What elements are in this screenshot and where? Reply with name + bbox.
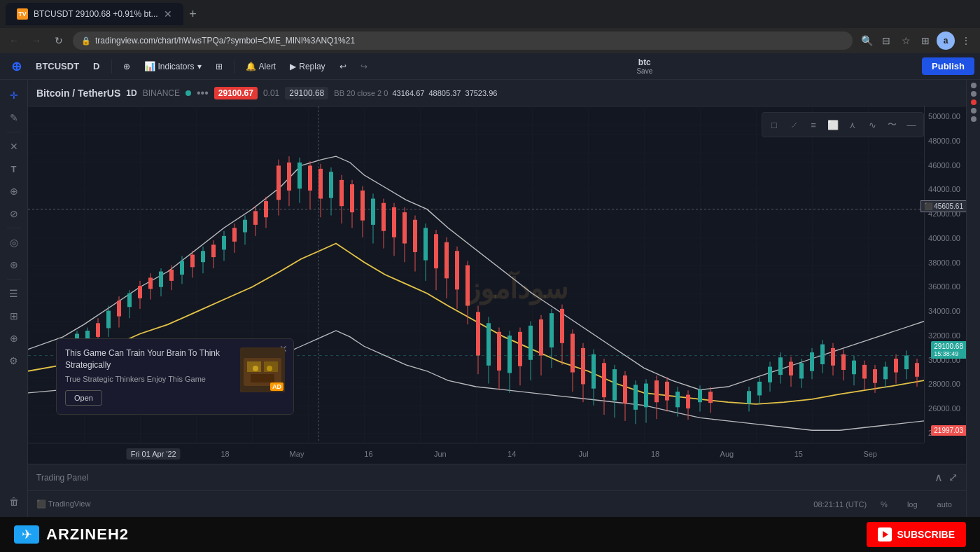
svg-rect-155 [820, 345, 825, 364]
bookmark-icon[interactable]: ☆ [897, 32, 914, 49]
svg-rect-21 [96, 323, 100, 337]
left-toolbar: ✛ ✎ ✕ T ⊕ ⊘ ◎ ⊛ ☰ ⊞ ⊕ ⚙ 🗑 [0, 80, 28, 517]
trash-tool[interactable]: 🗑 [4, 492, 24, 511]
forward-button[interactable]: → [28, 32, 45, 49]
calendar-tool[interactable]: ⊞ [4, 306, 24, 326]
draw-curve-btn[interactable]: ∿ [863, 116, 881, 134]
svg-rect-179 [251, 374, 274, 382]
draw-more-btn[interactable]: — [902, 116, 920, 134]
search-icon[interactable]: 🔍 [858, 32, 875, 49]
svg-point-180 [253, 366, 258, 371]
youtube-play-icon [878, 527, 892, 541]
active-tab[interactable]: TV BTCUSDT 29100.68 +0.91% bt... ✕ [6, 3, 183, 25]
svg-rect-165 [873, 369, 877, 383]
redo-button[interactable]: ↪ [355, 57, 373, 76]
draw-wave-btn[interactable]: 〜 [883, 116, 901, 134]
more-options-icon[interactable]: ••• [197, 87, 209, 99]
svg-rect-173 [915, 363, 919, 377]
symbol-selector[interactable]: BTCUSDT [30, 57, 85, 76]
draw-fork-btn[interactable]: ⋏ [844, 116, 862, 134]
svg-rect-97 [486, 323, 491, 365]
auto-btn[interactable]: auto [932, 499, 958, 510]
separator-2 [234, 60, 234, 74]
ad-open-button[interactable]: Open [65, 390, 102, 406]
back-button[interactable]: ← [6, 32, 22, 49]
bottom-actions: ∧ ⤢ [934, 471, 958, 484]
tab-close-btn[interactable]: ✕ [164, 8, 172, 20]
lt-sep-3 [7, 279, 21, 280]
nav-bar: ← → ↻ 🔒 tradingview.com/chart/hWwsTPQa/?… [0, 28, 980, 53]
svg-rect-103 [518, 332, 522, 366]
status-bar: ⬛ TradingView 08:21:11 (UTC) % log auto [28, 490, 966, 517]
percent-btn[interactable]: % [875, 499, 893, 510]
svg-rect-143 [757, 382, 762, 396]
url-bar[interactable]: 🔒 tradingview.com/chart/hWwsTPQa/?symbol… [73, 32, 853, 50]
advertisement-overlay: ✕ This Game Can Train Your Brain To Thin… [56, 338, 294, 415]
crosshair-tool[interactable]: ✕ [4, 137, 24, 156]
draw-rect-btn[interactable]: ⬜ [824, 116, 842, 134]
menu-icon[interactable]: ⋮ [958, 32, 974, 49]
date-may: May [290, 450, 304, 458]
reload-button[interactable]: ↻ [50, 32, 67, 49]
publish-button[interactable]: Publish [922, 57, 974, 75]
date-jun14: 14 [507, 450, 516, 458]
svg-rect-87 [434, 234, 438, 268]
svg-rect-109 [550, 313, 554, 347]
zoom-tool[interactable]: ◎ [4, 233, 24, 252]
new-tab-button[interactable]: + [183, 4, 203, 24]
rp-dot-2 [971, 91, 976, 97]
main-area: ✛ ✎ ✕ T ⊕ ⊘ ◎ ⊛ ☰ ⊞ ⊕ ⚙ 🗑 Bitcoin / Teth… [0, 80, 980, 517]
cast-icon[interactable]: ⊟ [878, 32, 895, 49]
date-may16: 16 [364, 450, 372, 458]
measure-tool[interactable]: ⊕ [4, 181, 24, 201]
lock-icon: 🔒 [81, 36, 91, 46]
expand-icon[interactable]: ⤢ [948, 471, 958, 484]
svg-rect-107 [539, 319, 543, 356]
draw-line-btn[interactable]: ⟋ [785, 116, 803, 134]
layout-button[interactable]: ⊞ [210, 57, 228, 76]
subscribe-button[interactable]: SUBSCRIBE [867, 522, 966, 547]
price-28000: 28000.00 [927, 380, 963, 388]
replay-button[interactable]: ▶ Replay [284, 57, 330, 76]
btc-save-area: btc Save [636, 57, 652, 75]
bb-values: 43164.67 48805.37 37523.96 [392, 89, 497, 97]
timeframe-selector[interactable]: D [88, 57, 105, 76]
account-icon[interactable]: ⊕ [6, 57, 27, 76]
watchlist-tool[interactable]: ☰ [4, 284, 24, 303]
cursor-tool[interactable]: ✛ [4, 85, 24, 105]
draw-select-btn[interactable]: □ [765, 116, 783, 134]
path-tool[interactable]: ⊘ [4, 204, 24, 223]
draw-hline-btn[interactable]: ≡ [804, 116, 822, 134]
timeframe-badge: 1D [126, 88, 136, 98]
bell-icon: 🔔 [246, 62, 256, 71]
svg-rect-125 [634, 385, 638, 410]
undo-button[interactable]: ↩ [334, 57, 352, 76]
rp-dot-3 [971, 108, 976, 113]
channel-name: ARZINEH2 [46, 525, 129, 544]
collapse-icon[interactable]: ∧ [934, 471, 943, 484]
log-btn[interactable]: log [902, 499, 923, 510]
indicators-button[interactable]: 📊 Indicators ▾ [139, 57, 207, 76]
draw-tool[interactable]: ✎ [4, 108, 24, 127]
pin-tool[interactable]: ⊕ [4, 329, 24, 348]
extensions-icon[interactable]: ⊞ [917, 32, 934, 49]
alert-button[interactable]: 🔔 Alert [240, 57, 282, 76]
svg-rect-71 [350, 184, 354, 212]
svg-rect-161 [852, 361, 856, 375]
profile-button[interactable]: a [937, 32, 955, 50]
svg-rect-115 [581, 348, 585, 385]
settings-tool[interactable]: ⚙ [4, 351, 24, 371]
text-tool[interactable]: T [4, 159, 24, 179]
chart-area[interactable]: USDT □ ⟋ ≡ ⬜ ⋏ ∿ 〜 — [28, 106, 966, 464]
time-axis: Fri 01 Apr '22 18 May 16 Jun 14 Jul 18 A… [28, 443, 924, 464]
svg-rect-141 [747, 391, 751, 403]
svg-rect-105 [528, 326, 533, 360]
svg-rect-127 [644, 384, 648, 408]
lt-sep-2 [7, 228, 21, 228]
svg-rect-41 [201, 251, 205, 262]
compare-icon[interactable]: ⊕ [118, 57, 136, 76]
svg-rect-73 [360, 191, 365, 221]
svg-rect-91 [455, 251, 459, 289]
magnet-tool[interactable]: ⊛ [4, 255, 24, 275]
chart-wrapper: Bitcoin / TetherUS 1D BINANCE ••• 29100.… [28, 80, 966, 517]
